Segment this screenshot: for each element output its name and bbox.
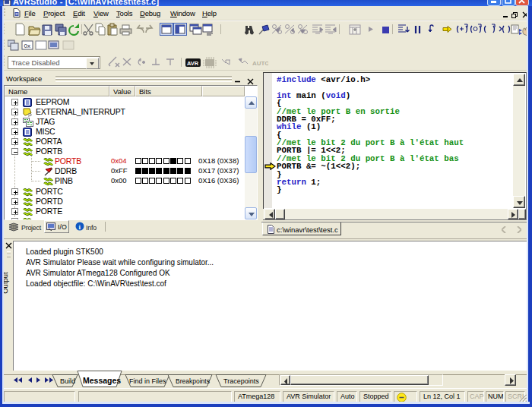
svg-text:0x: 0x	[24, 43, 30, 49]
svg-text:Find in Files: Find in Files	[129, 377, 166, 385]
svg-text:Tracepoints: Tracepoints	[223, 377, 259, 385]
svg-text:AVR: AVR	[187, 60, 199, 67]
svg-text:Build: Build	[60, 377, 75, 385]
svg-text:AUTO: AUTO	[252, 60, 268, 67]
svg-text:Messages: Messages	[83, 376, 121, 385]
svg-text:Breakpoints: Breakpoints	[176, 377, 210, 385]
